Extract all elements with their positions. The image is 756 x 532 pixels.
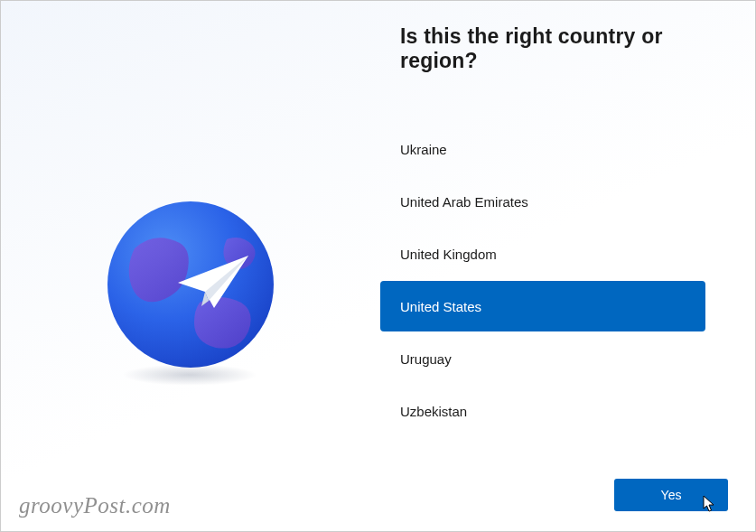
globe-shadow: [122, 364, 257, 386]
watermark-text: groovyPost.com: [19, 493, 171, 518]
page-title: Is this the right country or region?: [380, 24, 723, 73]
country-item-uae[interactable]: United Arab Emirates: [380, 176, 705, 227]
country-item-us[interactable]: United States: [380, 281, 705, 331]
country-label: United States: [400, 299, 481, 314]
globe-paperplane-icon: [100, 194, 281, 375]
oobe-window: Is this the right country or region? Ukr…: [0, 0, 756, 532]
country-label: Uzbekistan: [400, 404, 467, 419]
country-label: Uruguay: [400, 351, 452, 367]
country-label: United Kingdom: [400, 247, 497, 262]
country-list[interactable]: Ukraine United Arab Emirates United King…: [380, 124, 705, 438]
country-label: United Arab Emirates: [400, 194, 528, 210]
country-label: Ukraine: [400, 142, 447, 157]
content-pane: Is this the right country or region? Ukr…: [380, 1, 755, 531]
country-item-uk[interactable]: United Kingdom: [380, 229, 705, 279]
country-item-uzbekistan[interactable]: Uzbekistan: [380, 386, 705, 436]
yes-button[interactable]: Yes: [614, 479, 728, 511]
layout: Is this the right country or region? Ukr…: [1, 1, 755, 531]
illustration-pane: [1, 1, 380, 531]
country-item-uruguay[interactable]: Uruguay: [380, 333, 705, 384]
country-item-ukraine[interactable]: Ukraine: [380, 124, 705, 174]
